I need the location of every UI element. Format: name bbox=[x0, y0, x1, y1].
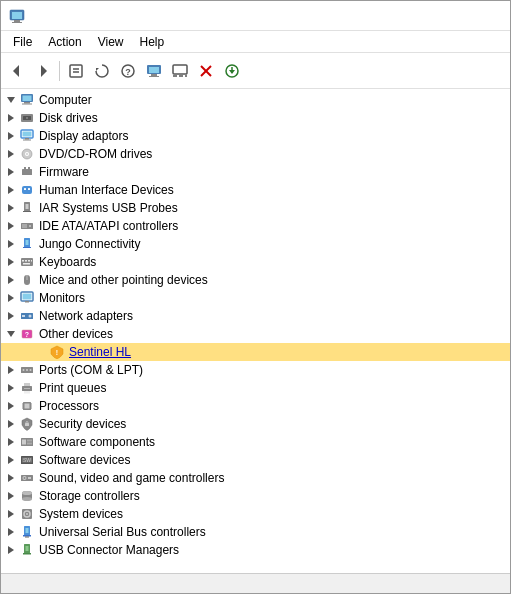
expand-storage[interactable] bbox=[3, 488, 19, 504]
svg-marker-4 bbox=[13, 65, 19, 77]
tree-item-jungo[interactable]: Jungo Connectivity bbox=[1, 235, 510, 253]
expand-computer[interactable] bbox=[3, 92, 19, 108]
expand-usbconn[interactable] bbox=[3, 542, 19, 558]
window-controls bbox=[420, 6, 502, 26]
tree-view[interactable]: ComputerDisk drivesDisplay adaptorsDVD/C… bbox=[1, 89, 510, 573]
tree-item-iar[interactable]: IAR Systems USB Probes bbox=[1, 199, 510, 217]
tree-item-swcomp[interactable]: Software components bbox=[1, 433, 510, 451]
svg-text:!: ! bbox=[56, 349, 58, 356]
svg-rect-54 bbox=[23, 211, 31, 212]
svg-marker-90 bbox=[8, 384, 14, 392]
tree-item-print[interactable]: Print queues bbox=[1, 379, 510, 397]
expand-sec[interactable] bbox=[3, 416, 19, 432]
status-bar bbox=[1, 573, 510, 593]
tree-item-sound[interactable]: Sound, video and game controllers bbox=[1, 469, 510, 487]
tree-item-other[interactable]: ?Other devices bbox=[1, 325, 510, 343]
expand-firmware[interactable] bbox=[3, 164, 19, 180]
tree-item-proc[interactable]: Processors bbox=[1, 397, 510, 415]
svg-rect-14 bbox=[151, 74, 157, 76]
tree-item-sec[interactable]: Security devices bbox=[1, 415, 510, 433]
menu-file[interactable]: File bbox=[5, 33, 40, 51]
svg-marker-126 bbox=[8, 510, 14, 518]
expand-display[interactable] bbox=[3, 128, 19, 144]
expand-print[interactable] bbox=[3, 380, 19, 396]
svg-rect-2 bbox=[14, 20, 20, 22]
svg-text:?: ? bbox=[25, 331, 29, 338]
tree-item-display[interactable]: Display adaptors bbox=[1, 127, 510, 145]
expand-proc[interactable] bbox=[3, 398, 19, 414]
tree-item-usbconn[interactable]: USB Connector Managers bbox=[1, 541, 510, 559]
svg-rect-66 bbox=[25, 260, 27, 262]
expand-monitors[interactable] bbox=[3, 290, 19, 306]
properties-button[interactable] bbox=[64, 59, 88, 83]
icon-mice bbox=[19, 272, 35, 288]
expand-swdev[interactable] bbox=[3, 452, 19, 468]
tree-item-storage[interactable]: Storage controllers bbox=[1, 487, 510, 505]
tree-item-ports[interactable]: Ports (COM & LPT) bbox=[1, 361, 510, 379]
svg-rect-94 bbox=[24, 388, 30, 389]
svg-rect-109 bbox=[22, 440, 26, 445]
svg-rect-44 bbox=[22, 169, 32, 175]
expand-other[interactable] bbox=[3, 326, 19, 342]
expand-dvd[interactable] bbox=[3, 146, 19, 162]
tree-item-computer[interactable]: Computer bbox=[1, 91, 510, 109]
back-button[interactable] bbox=[5, 59, 29, 83]
expand-kb[interactable] bbox=[3, 254, 19, 270]
expand-ports[interactable] bbox=[3, 362, 19, 378]
icon-hid bbox=[19, 182, 35, 198]
icon-sec bbox=[19, 416, 35, 432]
expand-iar[interactable] bbox=[3, 200, 19, 216]
icon-ide bbox=[19, 218, 35, 234]
expand-usb[interactable] bbox=[3, 524, 19, 540]
tree-item-usb[interactable]: Universal Serial Bus controllers bbox=[1, 523, 510, 541]
tree-item-mice[interactable]: Mice and other pointing devices bbox=[1, 271, 510, 289]
update-button[interactable] bbox=[90, 59, 114, 83]
help-button[interactable]: ? bbox=[116, 59, 140, 83]
tree-item-ide[interactable]: IDE ATA/ATAPI controllers bbox=[1, 217, 510, 235]
computer-button[interactable] bbox=[142, 59, 166, 83]
expand-hid[interactable] bbox=[3, 182, 19, 198]
svg-rect-62 bbox=[23, 247, 31, 248]
tree-item-sentinel[interactable]: !Sentinel HL bbox=[1, 343, 510, 361]
icon-swcomp bbox=[19, 434, 35, 450]
tree-item-firmware[interactable]: Firmware bbox=[1, 163, 510, 181]
tree-item-netadapters[interactable]: Network adapters bbox=[1, 307, 510, 325]
close-button[interactable] bbox=[476, 6, 502, 26]
tree-item-sysdev[interactable]: System devices bbox=[1, 505, 510, 523]
expand-disk[interactable] bbox=[3, 110, 19, 126]
forward-button[interactable] bbox=[31, 59, 55, 83]
tree-item-dvd[interactable]: DVD/CD-ROM drives bbox=[1, 145, 510, 163]
minimize-button[interactable] bbox=[420, 6, 446, 26]
tree-item-swdev[interactable]: SWSoftware devices bbox=[1, 451, 510, 469]
label-sysdev: System devices bbox=[39, 507, 123, 521]
svg-point-119 bbox=[24, 477, 26, 479]
menu-view[interactable]: View bbox=[90, 33, 132, 51]
expand-mice[interactable] bbox=[3, 272, 19, 288]
expand-netadapters[interactable] bbox=[3, 308, 19, 324]
tree-item-disk[interactable]: Disk drives bbox=[1, 109, 510, 127]
expand-swcomp[interactable] bbox=[3, 434, 19, 450]
tree-item-hid[interactable]: Human Interface Devices bbox=[1, 181, 510, 199]
expand-sentinel[interactable] bbox=[33, 344, 49, 360]
uninstall-button[interactable] bbox=[194, 59, 218, 83]
svg-rect-138 bbox=[23, 553, 31, 555]
tree-item-kb[interactable]: Keyboards bbox=[1, 253, 510, 271]
expand-sound[interactable] bbox=[3, 470, 19, 486]
expand-ide[interactable] bbox=[3, 218, 19, 234]
expand-jungo[interactable] bbox=[3, 236, 19, 252]
content-area: ComputerDisk drivesDisplay adaptorsDVD/C… bbox=[1, 89, 510, 573]
svg-rect-37 bbox=[25, 138, 29, 140]
download-button[interactable] bbox=[220, 59, 244, 83]
expand-sysdev[interactable] bbox=[3, 506, 19, 522]
scan-button[interactable] bbox=[168, 59, 192, 83]
svg-text:SW: SW bbox=[23, 457, 31, 463]
icon-jungo bbox=[19, 236, 35, 252]
menu-action[interactable]: Action bbox=[40, 33, 89, 51]
svg-marker-5 bbox=[41, 65, 47, 77]
svg-rect-27 bbox=[23, 96, 32, 102]
maximize-button[interactable] bbox=[448, 6, 474, 26]
tree-item-monitors[interactable]: Monitors bbox=[1, 289, 510, 307]
svg-rect-64 bbox=[21, 258, 33, 266]
svg-rect-133 bbox=[23, 535, 31, 537]
menu-help[interactable]: Help bbox=[132, 33, 173, 51]
